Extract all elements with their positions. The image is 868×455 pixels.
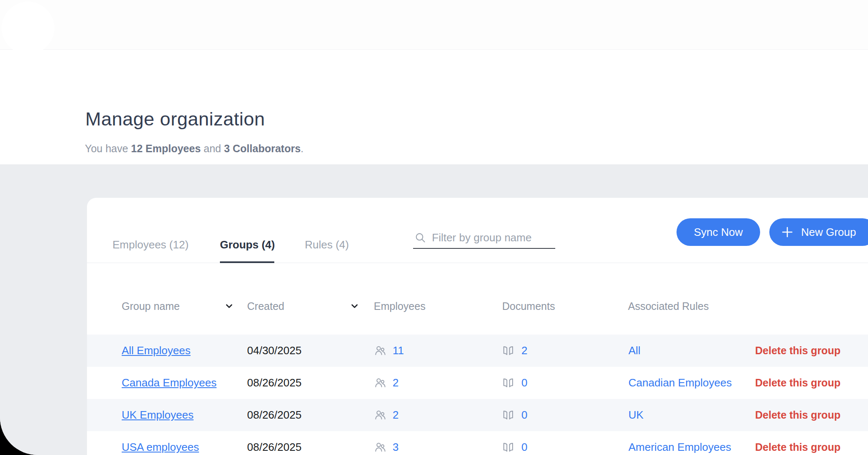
tabs-divider (87, 263, 868, 263)
group-name-link[interactable]: USA employees (122, 441, 199, 454)
column-header-documents: Documents (502, 295, 555, 317)
active-card-tab-indicator (220, 261, 274, 263)
filter-by-group-name-input[interactable] (432, 231, 554, 244)
employee-count[interactable]: 2 (393, 409, 398, 422)
associated-rule-link[interactable]: Canadian Employees (628, 376, 732, 389)
document-count[interactable]: 0 (521, 441, 527, 454)
table-row: UK Employees 08/26/2025 2 (87, 399, 868, 431)
group-name-cell: UK Employees (122, 399, 194, 431)
document-count[interactable]: 2 (521, 344, 527, 357)
table-row: All Employees 04/30/2025 11 (87, 335, 868, 367)
associated-rules-cell: UK (628, 399, 643, 431)
group-name-cell: Canada Employees (122, 367, 217, 399)
open-book-icon (502, 441, 515, 454)
document-count[interactable]: 0 (521, 376, 527, 389)
associated-rules-cell: All (628, 335, 641, 367)
created-cell: 08/26/2025 (247, 399, 301, 431)
corner-decoration (2, 2, 54, 54)
topbar (0, 0, 868, 49)
employees-cell: 2 (374, 399, 398, 431)
group-name-link[interactable]: UK Employees (122, 409, 194, 422)
delete-group-button[interactable]: Delete this group (755, 335, 840, 367)
documents-cell: 0 (502, 367, 527, 399)
column-header-associated-rules: Associated Rules (628, 295, 709, 317)
group-name-link[interactable]: All Employees (122, 344, 191, 357)
employees-count: 12 Employees (131, 143, 201, 154)
associated-rules-cell: American Employees (628, 431, 731, 455)
collaborators-count: 3 Collaborators (224, 143, 301, 154)
delete-group-button[interactable]: Delete this group (755, 367, 840, 399)
open-book-icon (502, 409, 515, 422)
card-tab-rules[interactable]: Rules (4) (305, 235, 349, 255)
people-icon (374, 409, 387, 422)
table-row: Canada Employees 08/26/2025 2 (87, 367, 868, 399)
group-name-cell: USA employees (122, 431, 199, 455)
documents-cell: 0 (502, 399, 527, 431)
associated-rules-cell: Canadian Employees (628, 367, 732, 399)
created-cell: 04/30/2025 (247, 335, 301, 367)
employees-cell: 11 (374, 335, 404, 367)
page-header: Manage organization You have 12 Employee… (0, 49, 868, 164)
new-group-label: New Group (801, 226, 856, 239)
documents-cell: 0 (502, 431, 527, 455)
employees-cell: 3 (374, 431, 398, 455)
documents-cell: 2 (502, 335, 527, 367)
delete-group-button[interactable]: Delete this group (755, 431, 840, 455)
people-icon (374, 441, 387, 454)
chevron-down-icon[interactable] (224, 301, 234, 311)
associated-rule-link[interactable]: UK (628, 409, 643, 422)
groups-table-body: All Employees 04/30/2025 11 (87, 335, 868, 455)
created-cell: 08/26/2025 (247, 367, 301, 399)
sync-now-button[interactable]: Sync Now (677, 218, 760, 246)
subtitle: You have 12 Employees and 3 Collaborator… (85, 143, 304, 155)
group-name-cell: All Employees (122, 335, 191, 367)
groups-card: Employees (12) Groups (4) Rules (4) Sync… (87, 198, 868, 455)
table-header: Group name Created Employees Documents A… (87, 295, 868, 317)
card-tab-employees[interactable]: Employees (12) (112, 235, 189, 255)
employee-count[interactable]: 11 (393, 344, 404, 357)
open-book-icon (502, 376, 515, 389)
people-icon (374, 344, 387, 357)
new-group-button[interactable]: New Group (769, 218, 868, 246)
employee-count[interactable]: 3 (393, 441, 398, 454)
group-filter (413, 230, 555, 249)
column-header-employees: Employees (374, 295, 426, 317)
employees-cell: 2 (374, 367, 398, 399)
delete-group-button[interactable]: Delete this group (755, 399, 840, 431)
page-title: Manage organization (85, 108, 265, 130)
chevron-down-icon[interactable] (350, 301, 360, 311)
document-count[interactable]: 0 (521, 409, 527, 422)
associated-rule-link[interactable]: American Employees (628, 441, 731, 454)
employee-count[interactable]: 2 (393, 376, 398, 389)
open-book-icon (502, 344, 515, 357)
column-header-created[interactable]: Created (247, 295, 284, 317)
people-icon (374, 376, 387, 389)
column-header-group-name[interactable]: Group name (122, 295, 180, 317)
group-name-link[interactable]: Canada Employees (122, 376, 217, 389)
app-window: Manage organization You have 12 Employee… (0, 0, 868, 455)
search-icon (415, 232, 426, 243)
table-row: USA employees 08/26/2025 3 (87, 431, 868, 455)
card-tab-groups[interactable]: Groups (4) (220, 235, 275, 255)
plus-icon (781, 226, 794, 238)
associated-rule-link[interactable]: All (628, 344, 641, 357)
created-cell: 08/26/2025 (247, 431, 301, 455)
